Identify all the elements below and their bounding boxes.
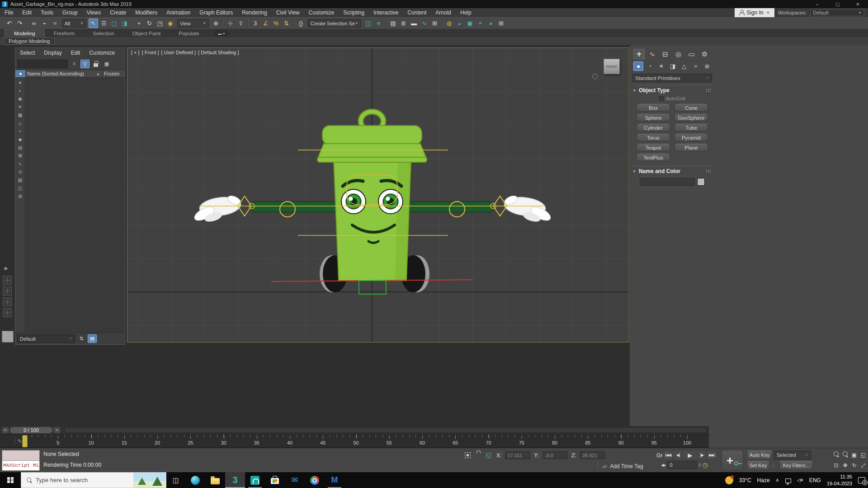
menu-item[interactable]: Interactive xyxy=(369,8,403,17)
primitive-button[interactable]: TextPlus xyxy=(636,154,670,161)
display-groups-icon[interactable]: ◆ xyxy=(17,136,24,143)
scene-explorer-menu[interactable]: Display xyxy=(39,48,66,57)
ribbon-tab-selection[interactable]: Selection xyxy=(84,29,123,37)
toggle-ribbon-icon[interactable]: ▬ xyxy=(409,19,419,28)
menu-item[interactable]: Animation xyxy=(162,8,195,17)
primitive-button[interactable]: Box xyxy=(636,104,670,112)
viewport-layout-tab[interactable] xyxy=(3,286,12,296)
zoom-extents-icon[interactable]: ▣ xyxy=(850,450,859,460)
primitive-category-select[interactable]: Standard Primitives ▼ xyxy=(632,74,712,82)
menu-item[interactable]: Rendering xyxy=(237,8,271,17)
select-and-scale-icon[interactable]: ◳ xyxy=(155,19,165,28)
tab-modify[interactable]: ∿ xyxy=(646,49,658,60)
viewport-layout-tab[interactable] xyxy=(3,276,12,285)
viewport-menu-view[interactable]: [ Front ] xyxy=(142,50,159,55)
named-selection-set-select[interactable]: Create Selection Se ▼ xyxy=(308,19,361,28)
filter-icon[interactable]: ▽ xyxy=(80,60,90,68)
name-column-header[interactable]: Name (Sorted Ascending) ▲ xyxy=(25,70,102,77)
maxscript-mini-listener[interactable]: MAXScript Mi xyxy=(2,450,40,471)
bind-to-space-warp-icon[interactable]: ≈ xyxy=(50,19,60,28)
lock-icon[interactable] xyxy=(91,60,100,68)
ribbon-tab-freeform[interactable]: Freeform xyxy=(45,29,84,37)
maximize-button[interactable]: ▢ xyxy=(827,0,848,8)
frame-step-icon[interactable]: ◀▶ xyxy=(661,463,665,467)
clear-search-icon[interactable]: ✕ xyxy=(70,60,79,68)
pan-view-icon[interactable]: ✥ xyxy=(841,460,849,470)
language-indicator[interactable]: ENG xyxy=(809,477,821,483)
angle-snap-toggle-icon[interactable]: ∠ xyxy=(261,19,270,28)
viewcube[interactable]: FRONT xyxy=(604,59,620,74)
curve-editor-icon[interactable]: ∿ xyxy=(420,19,429,28)
zoom-icon[interactable] xyxy=(832,450,840,460)
menu-item[interactable]: Edit xyxy=(18,8,36,17)
select-and-move-icon[interactable]: + xyxy=(134,19,144,28)
taskbar-app-3dsmax[interactable]: 3 xyxy=(225,472,245,488)
scene-explorer-menu[interactable]: Edit xyxy=(66,48,85,57)
object-name-field[interactable] xyxy=(640,178,695,186)
display-hidden-icon[interactable]: ▧ xyxy=(17,177,24,183)
explorer-preset-select[interactable]: Default ▼ xyxy=(17,334,75,343)
display-all-icon[interactable]: ● xyxy=(17,79,24,86)
set-key-filters-icon[interactable]: ∴ xyxy=(772,462,775,469)
category-space-warps-icon[interactable]: ≈ xyxy=(690,61,700,71)
taskbar-app-store[interactable] xyxy=(265,472,285,488)
maxscript-input[interactable]: MAXScript Mi xyxy=(2,461,39,471)
display-frozen-icon[interactable]: ◫ xyxy=(17,185,24,192)
right-hand[interactable] xyxy=(503,194,552,224)
primitive-button[interactable]: Pyramid xyxy=(674,134,708,141)
primitive-button[interactable]: Cylinder xyxy=(636,124,670,131)
task-view-icon[interactable]: ◫ xyxy=(166,472,185,488)
viewport-layout-tab[interactable] xyxy=(3,308,12,317)
redo-icon[interactable]: ↷ xyxy=(15,19,24,28)
x-coordinate-field[interactable] xyxy=(505,451,530,459)
object-type-rollout-header[interactable]: ▼ Object Type xyxy=(632,87,712,94)
toggle-scene-explorer-icon[interactable]: ▤ xyxy=(388,19,398,28)
weather-temperature[interactable]: 33°C xyxy=(739,477,751,483)
start-button[interactable] xyxy=(0,472,21,488)
menu-item[interactable]: File xyxy=(0,8,18,17)
previous-frame-button[interactable]: < xyxy=(2,427,9,433)
tab-display[interactable]: ▭ xyxy=(686,49,697,60)
time-slider-track[interactable] xyxy=(64,427,706,433)
display-bones-icon[interactable]: ⊠ xyxy=(17,152,24,159)
garbage-bin-character[interactable] xyxy=(317,112,427,281)
volume-muted-icon[interactable]: ◁✕ xyxy=(797,478,803,483)
explorer-options-icon[interactable]: ▦ xyxy=(102,60,111,68)
next-frame-button[interactable]: > xyxy=(53,427,61,433)
go-to-start-icon[interactable]: |◀◀ xyxy=(663,450,673,460)
notification-center-icon[interactable]: 1 xyxy=(858,477,865,483)
add-time-tag[interactable]: ▱ Add Time Tag xyxy=(598,462,643,470)
taskbar-app-explorer[interactable] xyxy=(205,472,225,488)
category-shapes-icon[interactable]: ◔ xyxy=(645,61,655,71)
menu-item[interactable]: Scripting xyxy=(339,8,369,17)
time-slider[interactable]: 0 / 100 xyxy=(10,427,52,433)
maxscript-output[interactable] xyxy=(2,450,39,461)
display-shapes-icon[interactable]: ◉ xyxy=(17,95,24,102)
primitive-button[interactable]: Tube xyxy=(674,124,708,131)
viewport-menu-user[interactable]: [ User Defined ] xyxy=(161,50,196,55)
column-display-toggle[interactable] xyxy=(15,70,25,77)
viewport-menu-general[interactable]: [ + ] xyxy=(131,50,140,55)
select-and-rotate-icon[interactable]: ↻ xyxy=(145,19,154,28)
ribbon-tab-modeling[interactable]: Modeling xyxy=(5,29,45,37)
track-bar[interactable]: ∿ 05101520253035404550556065707580859095… xyxy=(0,434,709,448)
category-geometry-icon[interactable]: ● xyxy=(633,61,643,71)
current-frame-field[interactable] xyxy=(667,461,697,469)
set-key-button[interactable]: Set Key xyxy=(747,461,769,470)
material-editor-icon[interactable]: ◍ xyxy=(444,19,454,28)
menu-item[interactable]: Views xyxy=(82,8,105,17)
viewport-layout-tab[interactable] xyxy=(3,297,12,306)
menu-item[interactable]: Group xyxy=(58,8,82,17)
ribbon-tab-populate[interactable]: Populate xyxy=(170,29,208,37)
viewport-menu-shading[interactable]: [ Default Shading ] xyxy=(198,50,239,55)
use-pivot-point-icon[interactable]: ⊕ xyxy=(211,19,221,28)
unlink-selection-icon[interactable]: ⌁ xyxy=(40,19,49,28)
sync-selection-icon[interactable]: ⊞ xyxy=(17,193,24,200)
select-and-place-icon[interactable]: ◉ xyxy=(165,19,175,28)
display-cameras-icon[interactable]: ▦ xyxy=(17,112,24,118)
scene-explorer-menu[interactable]: Select xyxy=(15,48,39,57)
sign-in-button[interactable]: Sign In ▼ xyxy=(735,8,774,17)
display-lights-icon[interactable]: ☀ xyxy=(17,103,24,110)
viewport-front[interactable]: [ + ] [ Front ] [ User Defined ] [ Defau… xyxy=(127,47,629,343)
weather-condition[interactable]: Haze xyxy=(757,477,770,483)
